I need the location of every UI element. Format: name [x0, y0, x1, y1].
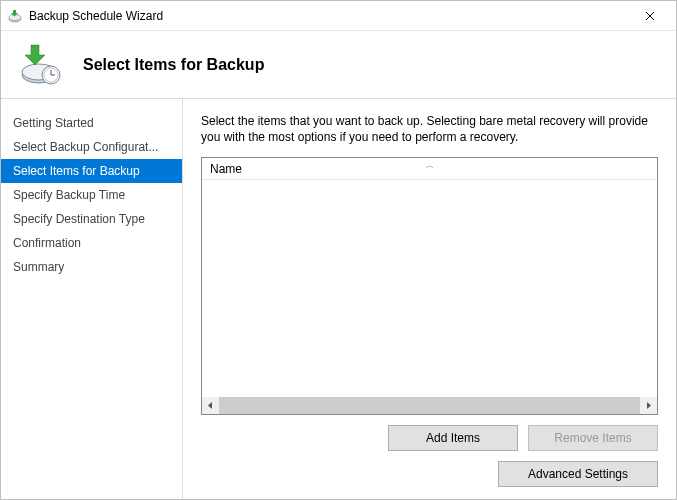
step-select-items-for-backup[interactable]: Select Items for Backup	[1, 159, 182, 183]
scrollbar-thumb[interactable]	[219, 397, 640, 414]
wizard-main-panel: Select the items that you want to back u…	[183, 99, 676, 499]
advanced-settings-button[interactable]: Advanced Settings	[498, 461, 658, 487]
sort-caret-icon: ︿	[426, 160, 434, 171]
title-bar: Backup Schedule Wizard	[1, 1, 676, 31]
step-specify-backup-time[interactable]: Specify Backup Time	[1, 183, 182, 207]
scrollbar-track[interactable]	[219, 397, 640, 414]
step-select-backup-configuration[interactable]: Select Backup Configurat...	[1, 135, 182, 159]
listview-body[interactable]	[202, 180, 657, 397]
close-button[interactable]	[628, 2, 672, 30]
listview-header[interactable]: Name ︿	[202, 158, 657, 180]
advanced-buttons-row: Advanced Settings	[201, 461, 658, 487]
add-items-button[interactable]: Add Items	[388, 425, 518, 451]
window-title: Backup Schedule Wizard	[29, 9, 628, 23]
page-title: Select Items for Backup	[83, 56, 264, 74]
remove-items-button[interactable]: Remove Items	[528, 425, 658, 451]
wizard-steps-sidebar: Getting Started Select Backup Configurat…	[1, 99, 183, 499]
step-specify-destination-type[interactable]: Specify Destination Type	[1, 207, 182, 231]
backup-icon	[17, 41, 65, 89]
step-getting-started[interactable]: Getting Started	[1, 111, 182, 135]
step-confirmation[interactable]: Confirmation	[1, 231, 182, 255]
wizard-body: Getting Started Select Backup Configurat…	[1, 99, 676, 499]
column-name[interactable]: Name	[202, 158, 250, 180]
item-buttons-row: Add Items Remove Items	[201, 425, 658, 451]
instruction-text: Select the items that you want to back u…	[201, 113, 658, 145]
wizard-header: Select Items for Backup	[1, 31, 676, 99]
scroll-left-button[interactable]	[202, 397, 219, 414]
scroll-right-button[interactable]	[640, 397, 657, 414]
items-listview[interactable]: Name ︿	[201, 157, 658, 415]
horizontal-scrollbar[interactable]	[202, 397, 657, 414]
step-summary[interactable]: Summary	[1, 255, 182, 279]
wizard-window: Backup Schedule Wizard Select Items for …	[0, 0, 677, 500]
app-icon	[7, 8, 23, 24]
